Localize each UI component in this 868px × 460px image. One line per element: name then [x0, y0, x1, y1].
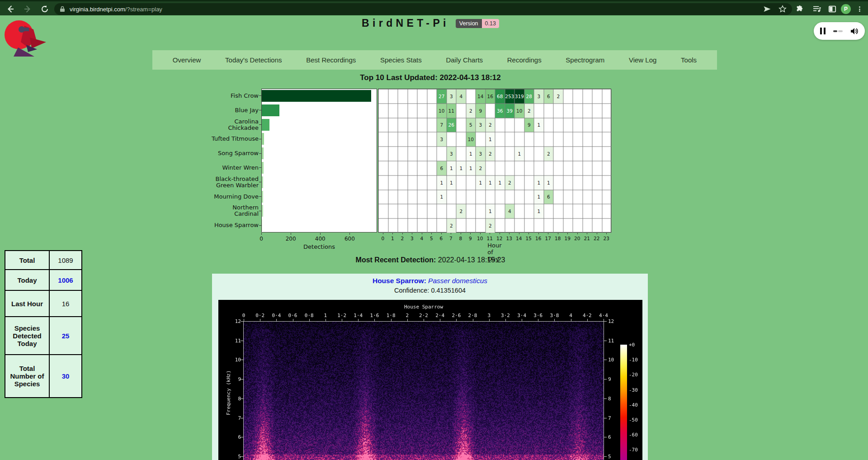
heatmap-cell [505, 190, 515, 204]
heatmap-cell: 1 [534, 204, 544, 218]
heatmap-cell: 4 [505, 204, 515, 218]
heatmap-cell [378, 190, 388, 204]
audio-scrubber[interactable] [833, 30, 843, 32]
stats-row: Species Detected Today25 [5, 317, 82, 355]
nav-item-species-stats[interactable]: Species Stats [380, 56, 422, 64]
heatmap-cell [417, 118, 427, 133]
nav-item-view-log[interactable]: View Log [629, 56, 656, 64]
heatmap-cell [583, 89, 593, 104]
heatmap-cell [524, 161, 534, 175]
species-label: Black-throatedGreen Warbler [152, 176, 259, 189]
hour-tickmark [431, 233, 432, 234]
most-recent-value: 2022-04-13 18:15:23 [436, 256, 505, 264]
nav-item-tools[interactable]: Tools [681, 56, 697, 64]
heatmap-cell [486, 104, 495, 118]
species-label: Winter Wren [152, 165, 259, 171]
heatmap-cell [427, 175, 437, 190]
spectrogram-title: House Sparrow [404, 304, 443, 310]
media-playlist-icon[interactable] [809, 1, 825, 17]
species-label: Song Sparrow [152, 150, 259, 156]
heatmap-cell [378, 147, 388, 161]
stats-value-link[interactable]: 30 [49, 355, 82, 398]
extensions-puzzle-icon[interactable] [792, 1, 807, 17]
heatmap-cell [456, 190, 466, 204]
side-panel-icon[interactable] [825, 1, 840, 17]
nav-item-daily-charts[interactable]: Daily Charts [446, 56, 483, 64]
nav-item-today-s-detections[interactable]: Today's Detections [225, 56, 282, 64]
heatmap-cell [563, 104, 573, 118]
heatmap-cell: 7 [437, 118, 447, 133]
heatmap-cell [408, 190, 418, 204]
heatmap-cell [388, 118, 398, 133]
heatmap-cell [476, 204, 486, 218]
nav-item-recordings[interactable]: Recordings [507, 56, 542, 64]
hour-tick-label: 8 [459, 236, 462, 241]
heatmap-cell [573, 104, 583, 118]
hour-tick-label: 21 [584, 236, 590, 241]
heatmap-cell [534, 147, 544, 161]
species-common-name: House Sparrow: [373, 277, 426, 285]
stats-value-link[interactable]: 1006 [49, 270, 82, 290]
bookmark-star-icon[interactable] [775, 1, 790, 17]
nav-item-overview[interactable]: Overview [173, 56, 201, 64]
db-tick-label: -20 [629, 372, 638, 378]
audio-player[interactable] [814, 22, 865, 40]
heatmap-cell [592, 218, 602, 233]
profile-avatar[interactable]: P [838, 1, 854, 17]
page-title: BirdNET-Pi [362, 17, 449, 29]
heatmap-cell: 1 [447, 161, 457, 175]
heatmap-cell [592, 190, 602, 204]
heatmap-cell: 27 [437, 89, 447, 104]
stats-value: 16 [49, 290, 82, 317]
detections-bar [262, 90, 371, 102]
heatmap-cell [495, 161, 505, 175]
heatmap-cell: 1 [486, 204, 495, 218]
heatmap-cell [447, 204, 457, 218]
heatmap-cell [602, 175, 612, 190]
heatmap-cell [417, 147, 427, 161]
heatmap-cell [476, 132, 486, 147]
time-tick-label: 1·2 [337, 313, 346, 318]
heatmap-cell [602, 132, 612, 147]
stats-label: Total Number of Species [5, 355, 49, 398]
detections-bar [262, 176, 263, 188]
heatmap-cell [602, 147, 612, 161]
heatmap-cell: 2 [486, 147, 495, 161]
heatmap-cell [398, 204, 408, 218]
heatmap-cell [486, 161, 495, 175]
send-icon[interactable] [760, 1, 775, 17]
heatmap-cell [417, 175, 427, 190]
stats-label: Species Detected Today [5, 317, 49, 355]
hour-tick-label: 2 [401, 236, 404, 241]
heatmap-cell: 1 [437, 175, 447, 190]
heatmap-cell [553, 147, 563, 161]
heatmap-cell [388, 175, 398, 190]
time-tick-label: 3·2 [501, 313, 510, 318]
top10-title: Top 10 Last Updated: 2022-04-13 18:12 [0, 73, 861, 82]
heatmap-cell: 9 [476, 104, 486, 118]
heatmap-cell: 10 [466, 132, 476, 147]
species-label: Mourning Dove [152, 193, 259, 199]
heatmap-cell: 1 [544, 175, 554, 190]
heatmap-cell [437, 218, 447, 233]
heatmap-cell: 68 [495, 89, 505, 104]
nav-item-best-recordings[interactable]: Best Recordings [306, 56, 356, 64]
heatmap-cell [408, 147, 418, 161]
address-bar[interactable]: virginia.birdnetpi.com/?stream=play [54, 3, 792, 15]
heatmap-cell [505, 218, 515, 233]
reload-icon[interactable] [37, 1, 52, 17]
nav-item-spectrogram[interactable]: Spectrogram [566, 56, 604, 64]
heatmap-cell [408, 118, 418, 133]
heatmap-cell [505, 147, 515, 161]
menu-kebab-icon[interactable] [852, 1, 867, 17]
pause-icon[interactable] [820, 28, 826, 34]
heatmap-cell [456, 218, 466, 233]
back-icon[interactable] [3, 1, 18, 17]
volume-icon[interactable] [850, 28, 859, 35]
heatmap-cell: 2 [544, 147, 554, 161]
time-tick-label: 3 [487, 313, 491, 318]
heatmap-cell [544, 161, 554, 175]
heatmap-cell [417, 218, 427, 233]
forward-icon[interactable] [20, 1, 35, 17]
stats-value-link[interactable]: 25 [49, 317, 82, 355]
